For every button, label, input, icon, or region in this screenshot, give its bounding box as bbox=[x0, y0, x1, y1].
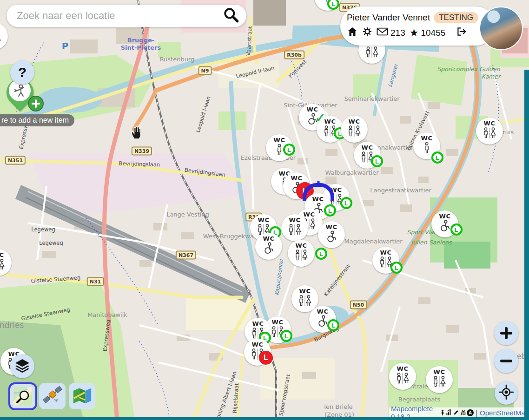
zoom-in-button[interactable] bbox=[494, 321, 518, 345]
attribution-separator: | bbox=[476, 409, 477, 417]
background-aerial-button[interactable] bbox=[39, 383, 66, 409]
map-label: Magdalenakwartier bbox=[344, 238, 403, 245]
map-label: Rijselstraat bbox=[231, 383, 240, 413]
toilet-marker[interactable]: WCL bbox=[431, 210, 458, 237]
open-hours-badge: L bbox=[340, 197, 352, 209]
search-icon[interactable] bbox=[222, 6, 240, 26]
map-label: Legeweg bbox=[31, 226, 55, 233]
map-label: Gistelse Steenweg bbox=[31, 274, 80, 284]
testing-badge: TESTING bbox=[434, 12, 478, 23]
road-shield: N367 bbox=[176, 251, 196, 260]
toilet-marker[interactable]: WC bbox=[318, 221, 345, 248]
geolocate-button[interactable] bbox=[495, 381, 518, 405]
toilet-marker-label: WC bbox=[304, 211, 315, 217]
map-flag-icon bbox=[460, 409, 466, 416]
settings-gear-icon[interactable] bbox=[362, 26, 372, 39]
zoom-out-button[interactable] bbox=[494, 349, 518, 373]
map-label: Lange Vesting bbox=[166, 211, 209, 218]
map-label: Katelijnestraat bbox=[323, 263, 352, 298]
map-label: Langestraatkwartier bbox=[370, 187, 431, 194]
road-shield: N31 bbox=[87, 277, 104, 286]
background-osm-button[interactable] bbox=[8, 382, 37, 410]
logout-icon[interactable] bbox=[456, 26, 467, 39]
toilet-marker[interactable]: WC bbox=[288, 240, 315, 267]
open-hours-badge: L bbox=[324, 204, 336, 217]
male-female-icon bbox=[0, 32, 1, 46]
map-label: Kamer bbox=[482, 73, 501, 80]
map-label: Gistelse Steenweg bbox=[20, 306, 70, 322]
toilet-marker[interactable]: WC bbox=[476, 118, 503, 144]
background-map-button[interactable] bbox=[69, 383, 95, 409]
toilet-marker[interactable]: WC bbox=[281, 214, 308, 241]
window-edge-right bbox=[524, 70, 529, 420]
map-label: ndries bbox=[0, 321, 24, 330]
toilet-marker[interactable]: WC bbox=[0, 23, 8, 50]
home-icon[interactable] bbox=[347, 26, 358, 39]
toilet-marker[interactable]: WC bbox=[255, 233, 282, 260]
map-label: Kapucijnenrei bbox=[273, 259, 284, 295]
statue-icon bbox=[440, 409, 445, 416]
open-hours-badge: L bbox=[371, 155, 383, 167]
star-icon: ★ bbox=[410, 28, 419, 38]
map-label: Seminariekwartier bbox=[344, 95, 399, 102]
toilet-marker[interactable]: WCL bbox=[266, 134, 293, 161]
toilet-marker-label: WC bbox=[274, 137, 285, 143]
satellite-icon bbox=[43, 386, 62, 407]
toilet-marker[interactable]: WC bbox=[389, 363, 416, 390]
map-label: Begraafplaats bbox=[398, 396, 441, 403]
toilet-marker[interactable]: WCL bbox=[317, 116, 344, 143]
road-shield: N9 bbox=[198, 66, 212, 75]
message-count: 213 bbox=[390, 28, 405, 38]
open-hours-badge: L bbox=[431, 151, 443, 164]
toilet-marker[interactable]: WCL bbox=[372, 247, 399, 274]
layers-button[interactable] bbox=[10, 354, 34, 378]
male-female-icon bbox=[288, 223, 302, 238]
toilet-marker-label: WC bbox=[439, 213, 451, 219]
toilet-marker-label: WC bbox=[272, 319, 284, 325]
open-hours-badge: L bbox=[315, 248, 327, 260]
toilet-marker-label: WC bbox=[380, 249, 392, 256]
open-hours-badge: L bbox=[450, 223, 463, 236]
toilet-marker-label: WC bbox=[252, 341, 264, 348]
hand-cursor-icon bbox=[131, 125, 143, 141]
toilet-marker[interactable]: WCL bbox=[244, 339, 271, 366]
map-label: Sportcomplex Gulden bbox=[437, 66, 500, 72]
toilet-marker-label: WC bbox=[349, 118, 360, 125]
person-icon bbox=[422, 141, 431, 156]
user-avatar[interactable] bbox=[479, 7, 523, 50]
toilet-marker[interactable]: WC bbox=[0, 249, 12, 276]
map-label: Expressweg bbox=[101, 319, 111, 352]
male-female-icon bbox=[365, 46, 379, 60]
road-shield: N351 bbox=[5, 156, 26, 165]
window-edge-bottom bbox=[0, 417, 529, 420]
toilet-marker-label: WC bbox=[434, 369, 445, 375]
toilet-marker[interactable]: WCL bbox=[413, 132, 440, 159]
map-label: Komvest bbox=[287, 58, 308, 79]
male-female-icon bbox=[432, 375, 446, 390]
road-shield: N339 bbox=[132, 147, 152, 156]
map-label: Rustenburg bbox=[160, 56, 195, 63]
map-overlay: RustenburgBrugge-Sint-PietersPSint-Gilli… bbox=[0, 0, 529, 420]
toilet-marker[interactable]: WC bbox=[426, 366, 453, 393]
toilet-marker-label: WC bbox=[324, 118, 336, 125]
map-label: Legeweg bbox=[39, 240, 63, 246]
openstreetmap-link[interactable]: OpenStreetMap bbox=[480, 409, 529, 417]
toilet-marker[interactable]: WCL bbox=[309, 306, 336, 333]
toilet-marker-label: WC bbox=[397, 366, 409, 372]
search-input[interactable] bbox=[16, 9, 222, 22]
messages-icon[interactable] bbox=[377, 27, 388, 39]
map-label: Leopold I-laan bbox=[194, 95, 212, 133]
toilet-marker-label: WC bbox=[296, 243, 307, 249]
minus-icon bbox=[500, 355, 512, 367]
map-label: Julien Saelens bbox=[411, 239, 451, 246]
attribution-bar: Mapcomplete 0.18.2 A | OpenStreetMap bbox=[389, 407, 529, 418]
toilet-marker[interactable]: WCL bbox=[314, 0, 341, 11]
map-label: Bevrijdingslaan bbox=[119, 160, 160, 168]
open-hours-badge: L bbox=[327, 319, 339, 331]
toilet-marker[interactable]: WC bbox=[341, 116, 368, 143]
toilet-marker[interactable]: WCL bbox=[354, 142, 381, 169]
toilet-marker-label: WC bbox=[299, 288, 311, 294]
add-new-item-button[interactable] bbox=[28, 96, 44, 112]
help-button[interactable]: ? bbox=[10, 60, 34, 85]
male-female-icon bbox=[0, 258, 5, 273]
